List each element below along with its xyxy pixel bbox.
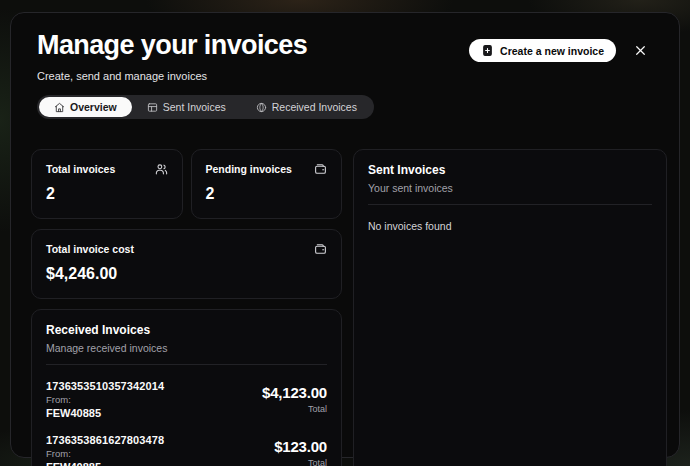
total-invoices-card: Total invoices 2 bbox=[31, 149, 183, 219]
invoice-id: 1736353510357342014 bbox=[46, 380, 164, 392]
globe-icon bbox=[256, 102, 267, 113]
invoice-id: 1736353861627803478 bbox=[46, 434, 164, 446]
sent-invoices-panel: Sent Invoices Your sent invoices No invo… bbox=[353, 149, 667, 466]
total-invoice-cost-value: $4,246.00 bbox=[46, 265, 327, 283]
invoice-info: 1736353510357342014 From: FEW40885 bbox=[46, 380, 164, 419]
invoice-amount-block: $123.00 Total bbox=[274, 438, 327, 466]
invoice-amount-label: Total bbox=[274, 458, 327, 466]
home-icon bbox=[54, 102, 65, 113]
dialog-header: Manage your invoices Create, send and ma… bbox=[11, 13, 679, 82]
tab-received-invoices[interactable]: Received Invoices bbox=[241, 97, 372, 117]
invoice-from-label: From: bbox=[46, 394, 164, 405]
stat-row: Total invoices 2 Pending invoices bbox=[31, 149, 342, 219]
invoice-sender: FEW40885 bbox=[46, 461, 164, 466]
received-invoices-subtitle: Manage received invoices bbox=[46, 342, 327, 354]
invoice-tabs: Overview Sent Invoices Received Invoices bbox=[37, 95, 374, 119]
pending-invoices-value: 2 bbox=[206, 185, 328, 203]
tab-overview-label: Overview bbox=[70, 101, 117, 113]
received-invoice-row[interactable]: 1736353861627803478 From: FEW40885 $123.… bbox=[46, 434, 327, 466]
sent-invoices-empty-text: No invoices found bbox=[368, 220, 652, 232]
dialog-content: Total invoices 2 Pending invoices bbox=[11, 149, 679, 439]
received-invoices-card: Received Invoices Manage received invoic… bbox=[31, 309, 342, 466]
pending-invoices-label: Pending invoices bbox=[206, 163, 292, 175]
invoice-amount: $4,123.00 bbox=[262, 384, 327, 401]
header-text: Manage your invoices Create, send and ma… bbox=[37, 30, 307, 82]
wallet-icon bbox=[314, 243, 327, 256]
close-button[interactable] bbox=[632, 42, 649, 59]
table-icon bbox=[147, 102, 158, 113]
invoice-sender: FEW40885 bbox=[46, 407, 164, 419]
total-invoices-value: 2 bbox=[46, 185, 168, 203]
book-plus-icon bbox=[481, 44, 494, 57]
sent-invoices-title: Sent Invoices bbox=[368, 163, 652, 177]
close-icon bbox=[634, 44, 647, 57]
manage-invoices-dialog: Manage your invoices Create, send and ma… bbox=[10, 12, 680, 458]
tab-received-invoices-label: Received Invoices bbox=[272, 101, 357, 113]
received-invoice-row[interactable]: 1736353510357342014 From: FEW40885 $4,12… bbox=[46, 380, 327, 419]
overview-left-column: Total invoices 2 Pending invoices bbox=[31, 149, 342, 466]
divider bbox=[46, 364, 327, 365]
total-invoice-cost-label: Total invoice cost bbox=[46, 243, 134, 255]
invoice-info: 1736353861627803478 From: FEW40885 bbox=[46, 434, 164, 466]
invoice-amount: $123.00 bbox=[274, 438, 327, 455]
wallet-icon bbox=[314, 163, 327, 176]
tab-sent-invoices[interactable]: Sent Invoices bbox=[132, 97, 241, 117]
total-invoices-label: Total invoices bbox=[46, 163, 115, 175]
pending-invoices-card: Pending invoices 2 bbox=[191, 149, 343, 219]
invoice-amount-label: Total bbox=[262, 404, 327, 414]
tab-sent-invoices-label: Sent Invoices bbox=[163, 101, 226, 113]
create-invoice-label: Create a new invoice bbox=[500, 45, 604, 57]
create-invoice-button[interactable]: Create a new invoice bbox=[469, 39, 616, 62]
page-subtitle: Create, send and manage invoices bbox=[37, 70, 307, 82]
invoice-from-label: From: bbox=[46, 448, 164, 459]
tab-overview[interactable]: Overview bbox=[39, 97, 132, 117]
invoice-amount-block: $4,123.00 Total bbox=[262, 384, 327, 414]
total-invoice-cost-card: Total invoice cost $4,246.00 bbox=[31, 229, 342, 299]
users-icon bbox=[155, 163, 168, 176]
divider bbox=[368, 204, 652, 205]
header-actions: Create a new invoice bbox=[469, 39, 649, 62]
sent-invoices-subtitle: Your sent invoices bbox=[368, 182, 652, 194]
received-invoices-title: Received Invoices bbox=[46, 323, 327, 337]
page-title: Manage your invoices bbox=[37, 30, 307, 61]
